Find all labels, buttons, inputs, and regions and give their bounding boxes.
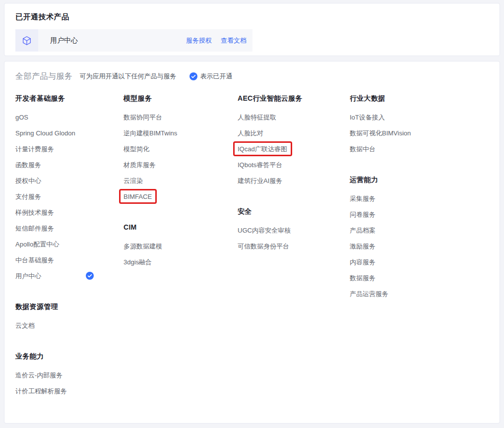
product-item[interactable]: 云渲染 — [124, 173, 238, 188]
product-item-label: UGC内容安全审核 — [238, 226, 291, 235]
service-auth-link[interactable]: 服务授权 — [186, 36, 212, 45]
product-item[interactable]: 激励服务 — [350, 238, 489, 254]
opened-product-row[interactable]: 用户中心 服务授权 查看文档 — [15, 29, 252, 52]
product-item[interactable]: IoT设备接入 — [350, 109, 489, 125]
product-item[interactable]: 数据协同平台 — [124, 109, 238, 125]
product-item-label: 计价工程解析服务 — [15, 387, 67, 395]
opened-product-name: 用户中心 — [50, 36, 78, 45]
product-item-label: 数据可视化BIMVision — [350, 129, 411, 137]
product-item-label: 3dgis融合 — [124, 258, 152, 266]
product-section: 运营能力采集服务问卷服务产品档案激励服务内容服务数据服务产品运营服务 — [350, 175, 489, 302]
product-item[interactable]: 多源数据建模 — [124, 238, 238, 254]
check-circle-icon — [189, 72, 197, 80]
product-item-label: 短信邮件服务 — [15, 224, 54, 233]
product-item[interactable]: 3dgis融合 — [124, 254, 238, 270]
product-item[interactable]: 问卷服务 — [350, 206, 489, 222]
product-item-label: IoT设备接入 — [350, 113, 385, 122]
product-column: AEC行业智能云服务人脸特征提取人脸比对IQcad广联达睿图IQbots睿答平台… — [238, 93, 350, 272]
product-item[interactable]: Spring Cloud Glodon — [15, 125, 124, 141]
product-item-label: 支付服务 — [15, 192, 41, 201]
product-section: 数据资源管理云文档 — [15, 302, 124, 333]
product-item-label: 数据服务 — [350, 274, 376, 282]
product-column: 开发者基础服务gOSSpring Cloud Glodon计量计费服务函数服务授… — [15, 93, 124, 417]
product-item-label: gOS — [15, 113, 28, 122]
product-item-label: 逆向建模BIMTwins — [124, 129, 177, 137]
product-item-label: BIMFACE — [124, 192, 152, 201]
product-item-label: 样例技术服务 — [15, 208, 54, 217]
product-item-label: 材质库服务 — [124, 161, 156, 169]
product-item[interactable]: 造价云-内部服务 — [15, 367, 124, 383]
product-item-label: 多源数据建模 — [124, 242, 162, 250]
product-section: 开发者基础服务gOSSpring Cloud Glodon计量计费服务函数服务授… — [15, 93, 124, 284]
section-title: AEC行业智能云服务 — [238, 93, 350, 103]
section-title: 业务能力 — [15, 351, 124, 361]
product-item-label: 可信数据身份平台 — [238, 242, 289, 250]
product-section: CIM多源数据建模3dgis融合 — [124, 222, 238, 270]
opened-check-icon — [86, 272, 94, 280]
product-item[interactable]: 材质库服务 — [124, 157, 238, 173]
product-item[interactable]: BIMFACE — [124, 188, 238, 204]
section-title: CIM — [124, 222, 238, 232]
product-item-label: Apollo配置中心 — [15, 240, 59, 248]
section-title: 数据资源管理 — [15, 302, 124, 311]
product-section: 模型服务数据协同平台逆向建模BIMTwins模型简化材质库服务云渲染BIMFAC… — [124, 93, 238, 204]
product-item[interactable]: 样例技术服务 — [15, 204, 124, 220]
product-item-label: IQcad广联达睿图 — [238, 145, 287, 153]
product-item[interactable]: 产品运营服务 — [350, 286, 489, 302]
product-item[interactable]: 采集服务 — [350, 190, 489, 206]
product-item[interactable]: 人脸特征提取 — [238, 109, 350, 125]
product-column: 行业大数据IoT设备接入数据可视化BIMVision数据中台运营能力采集服务问卷… — [350, 93, 489, 319]
all-products-card: 全部产品与服务 可为应用开通以下任何产品与服务 表示已开通 开发者基础服务gOS… — [4, 61, 500, 424]
product-item[interactable]: 函数服务 — [15, 157, 124, 173]
product-columns: 开发者基础服务gOSSpring Cloud Glodon计量计费服务函数服务授… — [15, 93, 489, 417]
product-item[interactable]: 可信数据身份平台 — [238, 238, 350, 254]
product-item[interactable]: 数据服务 — [350, 270, 489, 286]
product-item[interactable]: 建筑行业AI服务 — [238, 173, 350, 188]
section-title: 模型服务 — [124, 93, 238, 103]
product-item[interactable]: 用户中心 — [15, 268, 124, 284]
product-item-label: 数据中台 — [350, 145, 376, 153]
product-section: 行业大数据IoT设备接入数据可视化BIMVision数据中台 — [350, 93, 489, 157]
annotation-red-box — [119, 189, 157, 204]
product-item[interactable]: 内容服务 — [350, 254, 489, 270]
product-item[interactable]: IQbots睿答平台 — [238, 157, 350, 173]
product-item[interactable]: 云文档 — [15, 317, 124, 333]
product-item[interactable]: 中台基础服务 — [15, 252, 124, 268]
product-item[interactable]: 产品档案 — [350, 222, 489, 238]
page: 已开通技术产品 用户中心 服务授权 查看文档 全部产品与服务 可为应用开通以下任… — [0, 0, 504, 427]
product-item[interactable]: 短信邮件服务 — [15, 220, 124, 236]
product-item-label: IQbots睿答平台 — [238, 161, 282, 169]
product-item-label: 人脸特征提取 — [238, 113, 276, 122]
product-item-label: 造价云-内部服务 — [15, 371, 63, 379]
product-item[interactable]: 计价工程解析服务 — [15, 383, 124, 399]
product-column: 模型服务数据协同平台逆向建模BIMTwins模型简化材质库服务云渲染BIMFAC… — [124, 93, 238, 288]
product-item[interactable]: 逆向建模BIMTwins — [124, 125, 238, 141]
product-section: 业务能力造价云-内部服务计价工程解析服务 — [15, 351, 124, 399]
product-item-label: 授权中心 — [15, 177, 41, 185]
product-item[interactable]: Apollo配置中心 — [15, 236, 124, 252]
product-item[interactable]: 人脸比对 — [238, 125, 350, 141]
product-item-label: 激励服务 — [350, 242, 376, 250]
product-item[interactable]: 数据中台 — [350, 141, 489, 157]
product-item-label: 函数服务 — [15, 161, 41, 169]
section-title: 运营能力 — [350, 175, 489, 184]
legend-label: 表示已开通 — [200, 72, 233, 81]
product-item[interactable]: UGC内容安全审核 — [238, 222, 350, 238]
all-products-subtitle: 可为应用开通以下任何产品与服务 — [80, 72, 177, 81]
product-item[interactable]: 数据可视化BIMVision — [350, 125, 489, 141]
product-item[interactable]: 授权中心 — [15, 173, 124, 188]
product-item[interactable]: 计量计费服务 — [15, 141, 124, 157]
product-item-label: 产品档案 — [350, 226, 376, 235]
product-item-label: 内容服务 — [350, 258, 376, 266]
section-title: 安全 — [238, 206, 350, 216]
view-docs-link[interactable]: 查看文档 — [221, 36, 247, 45]
all-products-title: 全部产品与服务 — [15, 71, 73, 82]
product-item-label: 建筑行业AI服务 — [238, 177, 282, 185]
product-item[interactable]: gOS — [15, 109, 124, 125]
section-title: 开发者基础服务 — [15, 93, 124, 103]
product-item-label: 人脸比对 — [238, 129, 263, 137]
product-item[interactable]: 支付服务 — [15, 188, 124, 204]
product-item[interactable]: 模型简化 — [124, 141, 238, 157]
product-item[interactable]: IQcad广联达睿图 — [238, 141, 350, 157]
product-item-label: 问卷服务 — [350, 210, 376, 219]
